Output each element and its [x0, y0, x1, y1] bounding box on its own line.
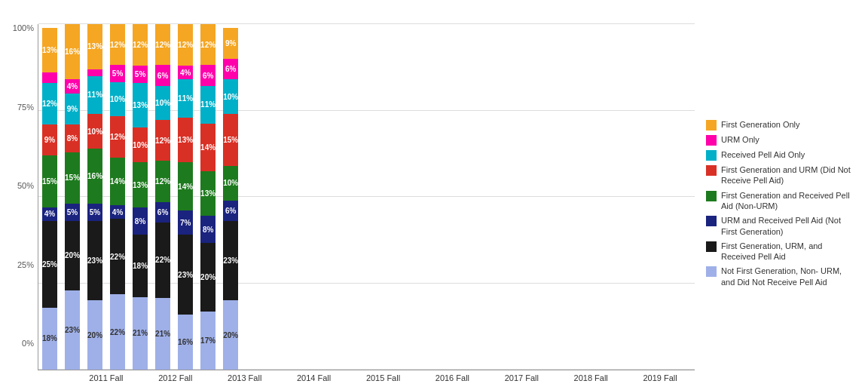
x-axis-label: 2018 Fall — [560, 373, 622, 382]
bar-segment: 16% — [87, 149, 102, 204]
bar-group: 22%22%4%14%12%10%5%12% — [110, 24, 125, 370]
bar-segment: 13% — [133, 162, 148, 207]
bar-segment: 15% — [65, 152, 80, 204]
bar-segment — [42, 72, 57, 83]
bar-segment: 10% — [133, 127, 148, 162]
legend-item: Not First Generation, Non- URM, and Did … — [706, 266, 857, 287]
legend-item: First Generation, URM, and Received Pell… — [706, 241, 857, 263]
bar-segment: 10% — [110, 82, 125, 116]
legend-label: URM and Received Pell Aid (Not First Gen… — [721, 215, 857, 237]
y-axis-label: 0% — [22, 339, 34, 348]
x-axis-label: 2015 Fall — [353, 373, 414, 382]
bars-and-axes: 100%75%50%25%0% 18%25%4%15%9%12%13%23%20… — [8, 24, 695, 370]
y-axis: 100%75%50%25%0% — [8, 24, 38, 370]
bar-segment: 11% — [178, 79, 193, 117]
bar-segment: 10% — [155, 86, 170, 120]
x-axis-label: 2014 Fall — [283, 373, 345, 382]
bar-segment: 11% — [200, 86, 215, 124]
bar-segment: 12% — [110, 116, 125, 157]
bar-segment: 6% — [155, 202, 170, 223]
bar-segment: 20% — [200, 243, 215, 312]
legend-item: URM and Received Pell Aid (Not First Gen… — [706, 215, 857, 237]
legend-color-box — [706, 150, 717, 161]
y-axis-label: 50% — [17, 182, 34, 190]
bar-segment: 22% — [110, 294, 125, 370]
bar-segment: 16% — [178, 315, 193, 370]
bar-segment: 17% — [200, 312, 215, 370]
y-axis-label: 100% — [13, 24, 34, 32]
legend-color-box — [706, 216, 717, 226]
bar-segment: 23% — [178, 235, 193, 314]
bar-segment: 25% — [42, 221, 57, 308]
x-axis-label: 2019 Fall — [629, 373, 691, 382]
bar-segment: 5% — [65, 204, 80, 221]
legend-color-box — [706, 165, 717, 176]
x-axis-label: 2013 Fall — [214, 373, 276, 382]
bar-segment: 9% — [42, 124, 57, 155]
bar-segment: 23% — [65, 290, 80, 370]
chart-container: 100%75%50%25%0% 18%25%4%15%9%12%13%23%20… — [0, 0, 868, 390]
bar-segment: 16% — [65, 24, 80, 79]
bars-plot: 18%25%4%15%9%12%13%23%20%5%15%8%9%4%16%2… — [38, 24, 695, 370]
bar-group: 18%25%4%15%9%12%13% — [42, 24, 57, 370]
bar-segment: 12% — [155, 120, 170, 161]
x-axis-label: 2012 Fall — [145, 373, 206, 382]
legend-color-box — [706, 135, 717, 146]
bar-segment: 18% — [42, 308, 57, 370]
bar-segment: 10% — [223, 166, 238, 201]
bar-segment: 4% — [110, 205, 125, 219]
bar-segment: 12% — [200, 24, 215, 65]
bar-segment: 21% — [133, 297, 148, 370]
bar-segment: 12% — [155, 161, 170, 201]
bar-segment: 14% — [178, 162, 193, 210]
bar-segment: 15% — [223, 114, 238, 166]
bar-segment: 12% — [110, 24, 125, 65]
legend-item: URM Only — [706, 134, 857, 146]
bars-container: 18%25%4%15%9%12%13%23%20%5%15%8%9%4%16%2… — [38, 24, 695, 370]
bar-segment: 20% — [87, 300, 102, 370]
bar-group: 21%22%6%12%12%10%6%12% — [155, 24, 170, 370]
bar-group: 21%18%8%13%10%13%5%12% — [133, 24, 148, 370]
bar-segment: 5% — [110, 65, 125, 82]
bar-segment: 13% — [200, 171, 215, 216]
legend-color-box — [706, 120, 717, 131]
x-axis-label: 2016 Fall — [421, 373, 483, 382]
bar-segment: 5% — [87, 204, 102, 221]
bar-segment: 12% — [155, 24, 170, 65]
legend-label: First Generation Only — [721, 119, 800, 130]
bar-segment: 13% — [178, 118, 193, 163]
bar-segment: 12% — [42, 83, 57, 124]
legend-label: First Generation, URM, and Received Pell… — [721, 241, 857, 263]
bar-segment: 13% — [42, 28, 57, 73]
legend-label: First Generation and Received Pell Aid (… — [721, 190, 857, 212]
bar-segment: 8% — [200, 216, 215, 243]
legend-label: URM Only — [721, 134, 760, 145]
bar-segment: 10% — [87, 114, 102, 149]
bar-segment: 4% — [178, 66, 193, 79]
bar-segment: 13% — [133, 83, 148, 128]
legend-label: Received Pell Aid Only — [721, 149, 805, 160]
bar-segment: 23% — [87, 221, 102, 300]
bar-segment: 9% — [65, 94, 80, 124]
bar-segment: 11% — [87, 76, 102, 114]
bar-group: 16%23%7%14%13%11%4%12% — [178, 24, 193, 370]
bar-segment: 18% — [133, 235, 148, 296]
bar-segment: 8% — [133, 207, 148, 235]
legend-color-box — [706, 241, 717, 252]
bar-segment: 4% — [65, 79, 80, 93]
legend-item: First Generation and Received Pell Aid (… — [706, 190, 857, 212]
bar-segment: 8% — [65, 124, 80, 152]
bar-group: 20%23%6%10%15%10%6%9% — [223, 24, 238, 370]
bar-group: 17%20%8%13%14%11%6%12% — [200, 24, 215, 370]
bar-segment: 20% — [65, 221, 80, 290]
bar-segment: 5% — [133, 66, 148, 83]
bar-segment: 14% — [110, 158, 125, 205]
bars-row: 18%25%4%15%9%12%13%23%20%5%15%8%9%4%16%2… — [38, 24, 242, 370]
bar-group: 20%23%5%16%10%11%13% — [87, 24, 102, 370]
legend-item: Received Pell Aid Only — [706, 149, 857, 161]
bar-segment: 12% — [178, 24, 193, 66]
bar-segment: 10% — [223, 79, 238, 114]
x-axis-label: 2017 Fall — [491, 373, 552, 382]
bar-segment: 20% — [223, 300, 238, 370]
bar-segment: 22% — [110, 219, 125, 294]
